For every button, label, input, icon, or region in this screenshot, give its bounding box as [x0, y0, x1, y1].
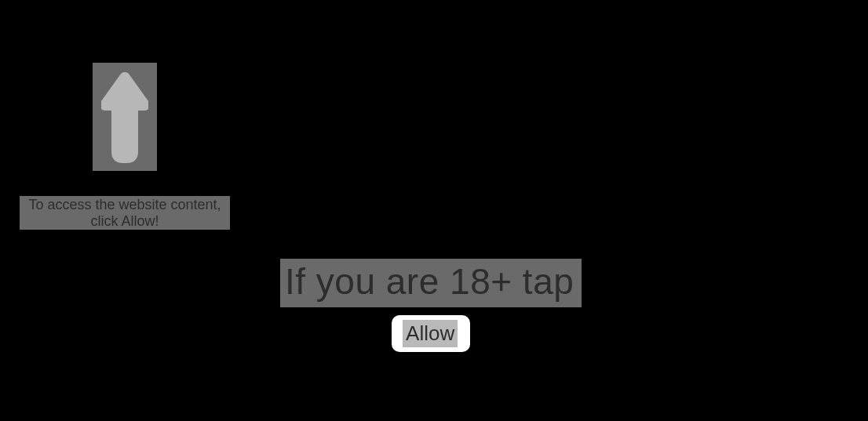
- main-prompt-section: If you are 18+ tap Allow: [280, 259, 582, 352]
- hint-text: To access the website content, click All…: [20, 196, 230, 230]
- hint-line-1: To access the website content,: [28, 197, 221, 212]
- hint-section: To access the website content, click All…: [20, 63, 230, 230]
- age-prompt-heading: If you are 18+ tap: [280, 259, 582, 307]
- allow-button[interactable]: Allow: [392, 315, 470, 352]
- hint-line-2: click Allow!: [90, 213, 159, 229]
- allow-button-label: Allow: [403, 320, 458, 347]
- arrow-up-icon: [93, 63, 157, 171]
